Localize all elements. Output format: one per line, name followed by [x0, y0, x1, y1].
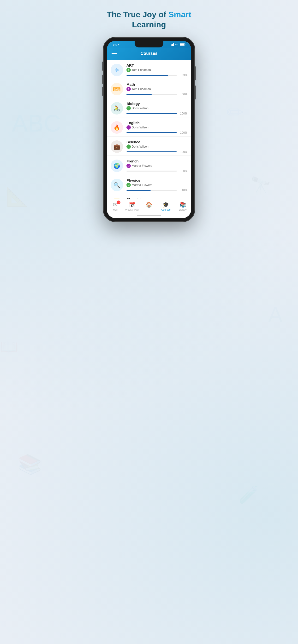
nav-item-[interactable]: 🏠	[142, 202, 156, 211]
progress-bar-fill	[126, 94, 152, 95]
status-bar: 7:07	[107, 41, 191, 48]
course-info: ARTTTom Friedman83%	[126, 63, 187, 77]
svg-text:📐: 📐	[6, 186, 28, 208]
progress-percent: 48%	[179, 188, 187, 192]
course-name: Math	[126, 82, 187, 86]
nav-icon: 🏠	[146, 202, 152, 208]
progress-bar-wrap	[126, 132, 177, 133]
teacher-avatar: D	[126, 125, 131, 130]
nav-label: Weekly Plan	[125, 208, 139, 211]
course-item[interactable]: 🔥EnglishDDoris Wilson100%	[107, 118, 191, 136]
course-info: FrenchMMartha Flowers0%	[126, 159, 187, 173]
progress-percent: 83%	[179, 74, 187, 77]
progress-bar-fill	[126, 152, 177, 152]
progress-percent: 0%	[179, 170, 187, 173]
svg-rect-11	[173, 43, 174, 46]
svg-rect-13	[185, 44, 186, 45]
course-icon: ⌨	[111, 83, 123, 95]
course-name: Chemistry	[126, 198, 187, 199]
bottom-nav: 11✉Mail📅Weekly Plan🏠🎓Courses📚Library	[107, 199, 191, 213]
notch	[135, 41, 163, 48]
course-item[interactable]: ⚛ARTTTom Friedman83%	[107, 60, 191, 79]
nav-item-mail[interactable]: 11✉Mail	[108, 202, 122, 211]
teacher-name: Tom Friedman	[132, 88, 151, 91]
course-teacher: DDoris Wilson	[126, 106, 187, 110]
course-name: English	[126, 121, 187, 125]
svg-text:A: A	[268, 302, 283, 326]
course-teacher: TTom Friedman	[126, 68, 187, 72]
svg-text:🧪: 🧪	[238, 485, 259, 505]
nav-icon: 📚	[180, 202, 186, 208]
progress-bar-fill	[126, 132, 177, 133]
signal-icon	[170, 43, 174, 46]
course-teacher: MMartha Flowers	[126, 164, 187, 168]
course-name: ART	[126, 63, 187, 67]
nav-label: Library	[179, 208, 187, 211]
course-icon: 🔍	[111, 179, 123, 191]
teacher-avatar: M	[126, 183, 131, 187]
teacher-avatar: D	[126, 144, 131, 149]
course-name: Physics	[126, 178, 187, 182]
course-icon: 🚴	[111, 102, 123, 114]
svg-text:🔭: 🔭	[250, 176, 271, 196]
progress-row: 48%	[126, 188, 187, 192]
svg-rect-10	[172, 44, 173, 46]
teacher-avatar: T	[126, 87, 131, 91]
progress-bar-fill	[126, 75, 168, 76]
teacher-avatar: M	[126, 164, 131, 168]
teacher-avatar: T	[126, 68, 131, 72]
svg-text:📖: 📖	[0, 338, 18, 355]
course-teacher: TTom Friedman	[126, 87, 187, 91]
course-info: MathTTom Friedman50%	[126, 82, 187, 96]
course-icon: 🔥	[111, 121, 123, 134]
progress-row: 100%	[126, 131, 187, 134]
course-item[interactable]: ✦ChemistryMMartha Flowers100%	[107, 194, 191, 199]
progress-row: 83%	[126, 74, 187, 77]
course-name: Biology	[126, 102, 187, 106]
course-teacher: DDoris Wilson	[126, 125, 187, 130]
course-teacher: DDoris Wilson	[126, 144, 187, 149]
course-item[interactable]: 🌍FrenchMMartha Flowers0%	[107, 156, 191, 175]
svg-rect-8	[170, 45, 170, 46]
course-item[interactable]: ⌨MathTTom Friedman50%	[107, 79, 191, 98]
course-item[interactable]: 💼ScienceDDoris Wilson100%	[107, 136, 191, 156]
course-info: EnglishDDoris Wilson100%	[126, 121, 187, 134]
course-item[interactable]: 🚴BiologyDDoris Wilson100%	[107, 98, 191, 118]
status-icons	[170, 43, 186, 46]
teacher-name: Tom Friedman	[132, 68, 151, 72]
progress-percent: 50%	[179, 93, 187, 96]
teacher-name: Martha Flowers	[132, 164, 152, 168]
wifi-icon	[175, 43, 179, 46]
svg-rect-9	[171, 44, 172, 46]
course-item[interactable]: 🔍PhysicsMMartha Flowers48%	[107, 175, 191, 194]
nav-item-courses[interactable]: 🎓Courses	[159, 202, 173, 211]
progress-bar-wrap	[126, 190, 177, 191]
course-list: ⚛ARTTTom Friedman83%⌨MathTTom Friedman50…	[107, 60, 191, 199]
svg-text:✏: ✏	[226, 100, 244, 124]
svg-text:📚: 📚	[18, 453, 42, 476]
course-icon: ⚛	[111, 64, 123, 76]
progress-bar-wrap	[126, 75, 177, 76]
progress-bar-fill	[126, 113, 177, 114]
progress-bar-wrap	[126, 170, 177, 172]
teacher-name: Doris Wilson	[132, 126, 148, 129]
progress-percent: 100%	[179, 112, 187, 115]
course-name: French	[126, 159, 187, 163]
nav-label: Mail	[113, 208, 117, 211]
hamburger-menu[interactable]	[112, 52, 117, 56]
nav-label: Courses	[161, 208, 171, 211]
progress-bar-wrap	[126, 152, 177, 152]
svg-rect-14	[180, 44, 184, 46]
teacher-name: Doris Wilson	[132, 145, 148, 148]
teacher-name: Martha Flowers	[132, 183, 152, 187]
header-title: Courses	[117, 51, 181, 56]
course-info: PhysicsMMartha Flowers48%	[126, 178, 187, 192]
progress-row: 0%	[126, 170, 187, 173]
nav-item-weekly-plan[interactable]: 📅Weekly Plan	[125, 202, 139, 211]
progress-bar-wrap	[126, 94, 177, 95]
nav-badge: 11	[117, 200, 120, 204]
nav-item-library[interactable]: 📚Library	[176, 202, 190, 211]
teacher-avatar: D	[126, 106, 131, 110]
course-name: Science	[126, 140, 187, 144]
course-info: ChemistryMMartha Flowers100%	[126, 198, 187, 199]
